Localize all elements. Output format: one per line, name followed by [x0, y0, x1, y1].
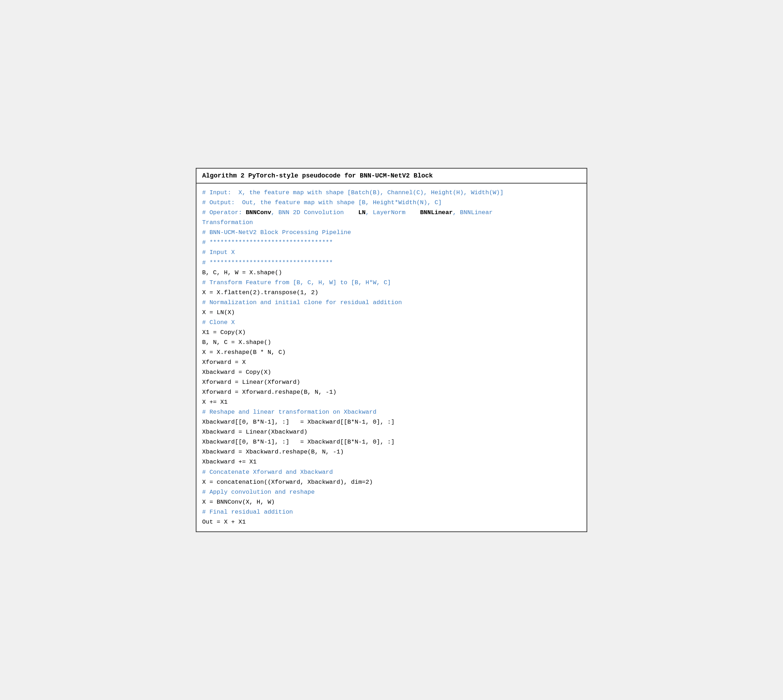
line-33: # Final residual addition: [202, 507, 581, 517]
line-2: # Output: Out, the feature map with shap…: [202, 198, 581, 208]
line-12: # Normalization and initial clone for re…: [202, 298, 581, 308]
line-9: B, C, H, W = X.shape(): [202, 268, 581, 278]
line-20: Xforward = Linear(Xforward): [202, 377, 581, 387]
line-1: # Input: X, the feature map with shape […: [202, 188, 581, 198]
line-34: Out = X + X1: [202, 517, 581, 527]
line-26: Xbackward[[0, B*N-1], :] = Xbackward[[B*…: [202, 437, 581, 447]
algorithm-body: # Input: X, the feature map with shape […: [197, 183, 586, 532]
line-3: # Operator: BNNConv, BNN 2D Convolution …: [202, 208, 581, 218]
line-25: Xbackward = Linear(Xbackward): [202, 427, 581, 437]
line-5: # BNN-UCM-NetV2 Block Processing Pipelin…: [202, 228, 581, 238]
line-8: # **********************************: [202, 258, 581, 268]
algorithm-title: Algorithm 2 PyTorch-style pseudocode for…: [197, 168, 586, 183]
line-31: # Apply convolution and reshape: [202, 487, 581, 497]
line-28: Xbackward += X1: [202, 457, 581, 467]
line-11: X = X.flatten(2).transpose(1, 2): [202, 288, 581, 298]
line-6: # **********************************: [202, 238, 581, 248]
line-21: Xforward = Xforward.reshape(B, N, -1): [202, 387, 581, 397]
line-16: B, N, C = X.shape(): [202, 338, 581, 348]
line-18: Xforward = X: [202, 357, 581, 367]
line-14: # Clone X: [202, 318, 581, 328]
line-29: # Concatenate Xforward and Xbackward: [202, 467, 581, 477]
line-15: X1 = Copy(X): [202, 328, 581, 338]
line-19: Xbackward = Copy(X): [202, 367, 581, 377]
algorithm-container: Algorithm 2 PyTorch-style pseudocode for…: [196, 168, 587, 532]
line-17: X = X.reshape(B * N, C): [202, 348, 581, 357]
line-23: # Reshape and linear transformation on X…: [202, 407, 581, 417]
line-22: X += X1: [202, 397, 581, 407]
line-32: X = BNNConv(X, H, W): [202, 497, 581, 507]
line-7: # Input X: [202, 248, 581, 258]
line-30: X = concatenation((Xforward, Xbackward),…: [202, 477, 581, 487]
line-13: X = LN(X): [202, 308, 581, 318]
line-4: Transformation: [202, 218, 581, 228]
line-27: Xbackward = Xbackward.reshape(B, N, -1): [202, 447, 581, 457]
line-24: Xbackward[[0, B*N-1], :] = Xbackward[[B*…: [202, 417, 581, 427]
line-10: # Transform Feature from [B, C, H, W] to…: [202, 278, 581, 288]
